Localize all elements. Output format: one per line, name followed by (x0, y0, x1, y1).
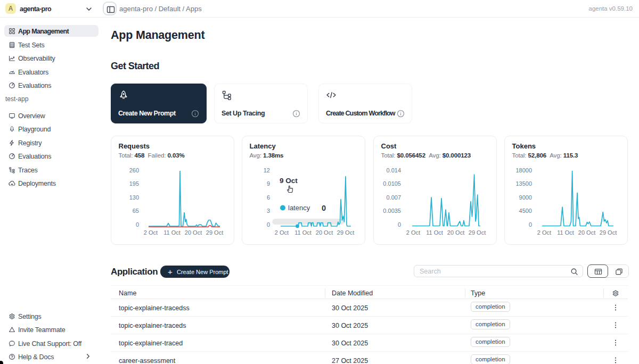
svg-text:9 Oct: 9 Oct (280, 177, 298, 185)
svg-text:20 Oct: 20 Oct (447, 229, 464, 236)
svg-text:130: 130 (129, 194, 139, 201)
svg-text:latency: latency (288, 204, 310, 212)
svg-text:29 Oct: 29 Oct (206, 229, 223, 236)
svg-text:20 Oct: 20 Oct (578, 229, 595, 236)
svg-text:18000: 18000 (515, 167, 532, 173)
svg-text:11 Oct: 11 Oct (163, 229, 181, 236)
svg-text:0: 0 (322, 204, 326, 212)
svg-text:0.007: 0.007 (386, 194, 401, 201)
svg-text:2 Oct: 2 Oct (275, 229, 289, 236)
svg-text:195: 195 (129, 180, 139, 187)
svg-text:0: 0 (267, 221, 270, 228)
svg-text:6: 6 (267, 194, 270, 201)
svg-text:260: 260 (129, 167, 139, 173)
svg-text:0: 0 (136, 221, 139, 228)
svg-text:65: 65 (133, 208, 139, 214)
svg-text:0.0035: 0.0035 (383, 208, 401, 214)
svg-text:0.014: 0.014 (386, 167, 401, 173)
svg-text:0: 0 (529, 221, 532, 228)
svg-text:20 Oct: 20 Oct (185, 229, 202, 236)
svg-text:20 Oct: 20 Oct (316, 229, 333, 236)
svg-text:0: 0 (398, 221, 401, 228)
svg-text:9000: 9000 (519, 194, 532, 201)
svg-text:3: 3 (267, 208, 270, 214)
svg-text:2 Oct: 2 Oct (144, 229, 158, 236)
svg-text:2 Oct: 2 Oct (406, 229, 420, 236)
svg-text:11 Oct: 11 Oct (426, 229, 443, 236)
svg-text:9: 9 (267, 180, 270, 187)
svg-text:29 Oct: 29 Oct (600, 229, 617, 236)
svg-text:29 Oct: 29 Oct (469, 229, 486, 236)
svg-text:2 Oct: 2 Oct (537, 229, 551, 236)
svg-text:11 Oct: 11 Oct (294, 229, 312, 236)
svg-text:0.0105: 0.0105 (383, 180, 401, 187)
svg-text:13500: 13500 (515, 180, 532, 187)
svg-text:29 Oct: 29 Oct (337, 229, 354, 236)
svg-text:11 Oct: 11 Oct (557, 229, 574, 236)
svg-text:12: 12 (264, 167, 270, 173)
svg-text:4500: 4500 (519, 208, 532, 214)
